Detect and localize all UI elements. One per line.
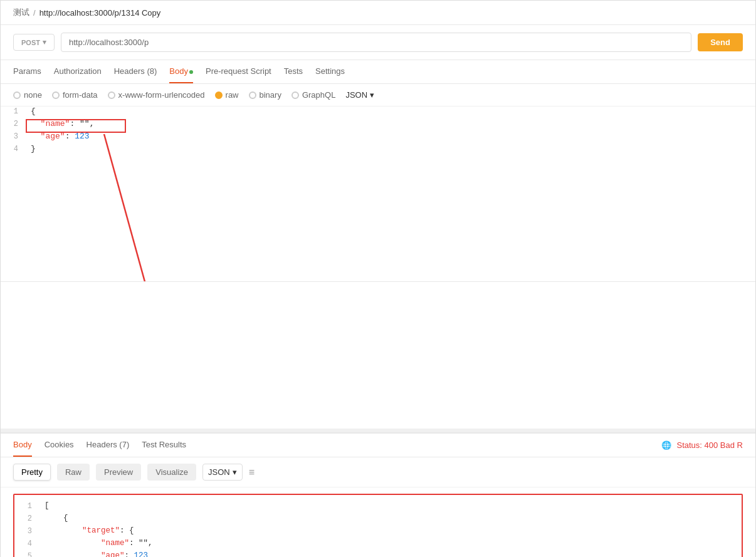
tab-headers[interactable]: Headers (8) — [114, 60, 157, 83]
breadcrumb-parent[interactable]: 测试 — [13, 7, 29, 18]
code-line-2: 2 "name": "", — [1, 119, 755, 132]
tab-body-label: Body — [169, 66, 188, 76]
age-val: 123 — [75, 132, 89, 141]
breadcrumb: 测试 / http://localhost:3000/p/1314 Copy — [1, 1, 755, 25]
radio-none — [13, 91, 21, 99]
line-content-2: "name": "", — [26, 119, 755, 128]
code-line-1: 1 { — [1, 107, 755, 119]
body-option-urlencoded-label: x-www-form-urlencoded — [118, 90, 205, 100]
resp-line-content-3: "target": { — [39, 526, 742, 535]
resp-line-4: 4 "name": "", — [14, 539, 742, 551]
format-btn-pretty[interactable]: Pretty — [13, 464, 51, 481]
format-btn-raw[interactable]: Raw — [57, 464, 90, 481]
tab-pre-request[interactable]: Pre-request Script — [206, 60, 271, 83]
breadcrumb-separator: / — [33, 8, 36, 18]
url-input[interactable] — [61, 33, 691, 52]
response-body: 1 [ 2 { 3 "target": { 4 "name": "", — [13, 494, 743, 557]
response-json-select[interactable]: JSON ▾ — [202, 464, 243, 481]
radio-form-data — [52, 91, 60, 99]
filter-icon[interactable]: ≡ — [249, 467, 255, 478]
editor-empty-space — [1, 282, 755, 432]
body-options: none form-data x-www-form-urlencoded raw… — [1, 84, 755, 107]
response-tabs: Body Cookies Headers (7) Test Results — [13, 434, 186, 457]
request-tabs: Params Authorization Headers (8) Body Pr… — [1, 60, 755, 84]
url-bar: POST ▾ Send — [1, 25, 755, 60]
tab-tests[interactable]: Tests — [284, 60, 303, 83]
resp-tab-cookies[interactable]: Cookies — [45, 434, 74, 457]
radio-binary — [249, 91, 256, 99]
line-content-4: } — [26, 144, 755, 154]
body-dot-indicator — [189, 70, 193, 74]
body-option-graphql-label: GraphQL — [302, 90, 335, 100]
body-option-none-label: none — [24, 90, 42, 100]
resp-line-3: 3 "target": { — [14, 526, 742, 539]
response-format-bar: Pretty Raw Preview Visualize JSON ▾ ≡ — [1, 457, 755, 487]
resp-tab-test-results[interactable]: Test Results — [142, 434, 186, 457]
tab-settings[interactable]: Settings — [315, 60, 345, 83]
line-num-2: 2 — [1, 119, 26, 128]
radio-graphql — [291, 91, 299, 99]
resp-line-5: 5 "age": 123 — [14, 551, 742, 557]
body-option-graphql[interactable]: GraphQL — [291, 90, 335, 100]
line-content-1: { — [26, 107, 755, 116]
resp-line-num-3: 3 — [14, 526, 39, 536]
resp-line-content-1: [ — [39, 501, 742, 510]
body-option-raw[interactable]: raw — [215, 90, 239, 100]
json-format-chevron: ▾ — [370, 90, 374, 100]
json-format-select[interactable]: JSON ▾ — [345, 90, 374, 100]
resp-line-1: 1 [ — [14, 501, 742, 514]
code-line-3: 3 "age": 123 — [1, 132, 755, 144]
body-option-raw-label: raw — [226, 90, 239, 100]
resp-line-content-5: "age": 123 — [39, 551, 742, 557]
tab-body[interactable]: Body — [169, 60, 193, 83]
method-dropdown-icon: ▾ — [43, 38, 46, 46]
method-select[interactable]: POST ▾ — [13, 34, 55, 51]
line-num-3: 3 — [1, 132, 26, 141]
line-num-4: 4 — [1, 144, 26, 154]
line-content-3: "age": 123 — [26, 132, 755, 141]
body-option-none[interactable]: none — [13, 90, 42, 100]
json-format-label: JSON — [345, 90, 367, 100]
resp-tab-headers[interactable]: Headers (7) — [87, 434, 130, 457]
response-json-chevron: ▾ — [233, 467, 237, 477]
age-key: "age" — [41, 132, 65, 141]
status-area: 🌐 Status: 400 Bad R — [661, 440, 743, 450]
response-section: Body Cookies Headers (7) Test Results 🌐 … — [1, 432, 755, 557]
radio-urlencoded — [108, 91, 115, 99]
body-option-form-data-label: form-data — [63, 90, 98, 100]
send-button[interactable]: Send — [698, 33, 743, 51]
method-label: POST — [21, 39, 40, 46]
name-val: "" — [80, 119, 90, 128]
line-num-1: 1 — [1, 107, 26, 116]
status-badge: Status: 400 Bad R — [676, 440, 743, 450]
body-option-binary-label: binary — [260, 90, 281, 100]
resp-line-num-4: 4 — [14, 539, 39, 548]
body-option-form-data[interactable]: form-data — [52, 90, 98, 100]
code-lines: 1 { 2 "name": "", 3 "age": 123 4 } — [1, 107, 755, 157]
resp-line-num-5: 5 — [14, 551, 39, 557]
response-json-label: JSON — [208, 467, 230, 477]
code-line-4: 4 } — [1, 144, 755, 157]
format-btn-preview[interactable]: Preview — [96, 464, 141, 481]
breadcrumb-current: http://localhost:3000/p/1314 Copy — [39, 8, 161, 18]
body-option-urlencoded[interactable]: x-www-form-urlencoded — [108, 90, 205, 100]
body-option-binary[interactable]: binary — [249, 90, 281, 100]
resp-line-content-4: "name": "", — [39, 539, 742, 548]
response-tabs-bar: Body Cookies Headers (7) Test Results 🌐 … — [1, 432, 755, 457]
tab-params[interactable]: Params — [13, 60, 41, 83]
resp-line-num-2: 2 — [14, 514, 39, 523]
format-btn-visualize[interactable]: Visualize — [147, 464, 196, 481]
request-body-editor[interactable]: 1 { 2 "name": "", 3 "age": 123 4 } — [1, 107, 755, 282]
tab-authorization[interactable]: Authorization — [54, 60, 102, 83]
radio-raw — [215, 91, 223, 99]
resp-line-content-2: { — [39, 514, 742, 523]
app-container: 测试 / http://localhost:3000/p/1314 Copy P… — [0, 0, 756, 557]
resp-line-num-1: 1 — [14, 501, 39, 511]
globe-icon: 🌐 — [661, 440, 671, 450]
resp-line-2: 2 { — [14, 514, 742, 526]
request-body-wrapper: 1 { 2 "name": "", 3 "age": 123 4 } — [1, 107, 755, 432]
name-key: "name" — [41, 119, 70, 128]
resp-tab-body[interactable]: Body — [13, 434, 32, 457]
